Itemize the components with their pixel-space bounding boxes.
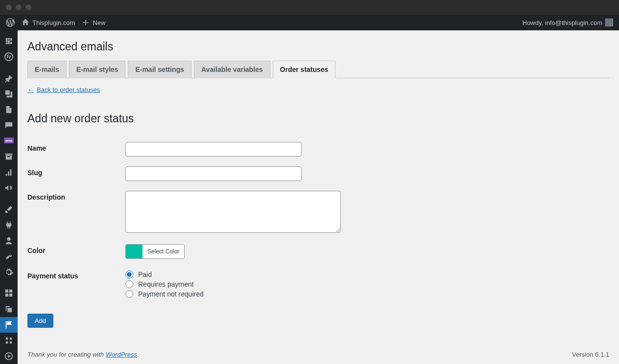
brush-icon	[4, 205, 13, 214]
wordpress-logo-icon	[6, 18, 15, 27]
section-title: Add new order status	[27, 112, 609, 125]
sidebar-item-appearance[interactable]	[0, 202, 18, 217]
select-color-button[interactable]: Select Color	[143, 245, 184, 258]
radio-paid[interactable]	[125, 271, 133, 278]
new-content-label: New	[93, 19, 105, 26]
sidebar-item-thisplugin[interactable]	[0, 317, 18, 333]
archive-icon	[4, 152, 13, 161]
radio-requires-payment[interactable]	[125, 280, 133, 288]
footer-thanks: Thank you for creating with WordPress.	[27, 351, 139, 358]
form-table: Name Slug Description Color Select Color	[27, 137, 609, 304]
description-textarea[interactable]	[125, 191, 341, 233]
sidebar-item-posts[interactable]	[0, 70, 18, 86]
color-swatch	[126, 245, 143, 258]
sidebar-item-pages[interactable]	[0, 102, 18, 117]
nav-tabs: E-mails E-mail styles E-mail settings Av…	[27, 60, 609, 78]
radio-requires-text: Requires payment	[138, 280, 194, 288]
play-circle-icon	[4, 352, 13, 361]
wordpress-link[interactable]: WordPress	[106, 351, 137, 358]
sidebar-item-jetpack[interactable]	[0, 49, 18, 65]
sidebar-item-woocommerce[interactable]: woo	[0, 133, 18, 149]
plus-icon	[82, 19, 90, 26]
back-to-order-statuses-link[interactable]: ← Back to order statuses	[27, 86, 100, 93]
color-picker[interactable]: Select Color	[125, 244, 185, 259]
radio-not-required[interactable]	[125, 290, 133, 298]
dashboard-icon	[4, 37, 13, 46]
tab-email-styles[interactable]: E-mail styles	[69, 61, 126, 78]
sidebar-item-media[interactable]	[0, 86, 18, 102]
footer-version: Version 6.1.1	[572, 351, 609, 358]
layout-icon	[4, 289, 13, 297]
footer: Thank you for creating with WordPress. V…	[27, 346, 609, 364]
jetpack-icon	[4, 52, 13, 61]
window-chrome	[0, 0, 619, 15]
radio-paid-label[interactable]: Paid	[125, 270, 604, 279]
sidebar-item-generic-1[interactable]	[0, 285, 18, 301]
radio-not-required-label[interactable]: Payment not required	[125, 289, 604, 299]
color-label: Color	[27, 239, 125, 265]
greeting-label: Howdy, info@thisplugin.com	[523, 19, 602, 26]
window-close-dot[interactable]	[6, 4, 12, 10]
copy-icon	[4, 305, 13, 314]
arrow-left-icon: ←	[27, 86, 34, 93]
sidebar-item-marketing[interactable]	[0, 180, 18, 196]
svg-point-0	[5, 53, 13, 61]
media-icon	[4, 90, 13, 98]
tab-email-settings[interactable]: E-mail settings	[128, 61, 191, 78]
settings-icon	[4, 268, 13, 276]
home-icon	[22, 19, 29, 26]
sidebar-item-generic-2[interactable]	[0, 301, 18, 317]
sidebar-item-settings[interactable]	[0, 264, 18, 280]
footer-thanks-prefix: Thank you for creating with	[27, 351, 106, 358]
tools-icon	[4, 252, 13, 261]
tab-emails[interactable]: E-mails	[27, 61, 67, 78]
avatar-icon	[605, 19, 613, 26]
wp-logo-menu[interactable]	[6, 18, 15, 27]
analytics-icon	[4, 168, 13, 177]
sidebar-item-products[interactable]	[0, 149, 18, 164]
name-input[interactable]	[125, 142, 302, 157]
my-account-link[interactable]: Howdy, info@thisplugin.com	[523, 19, 613, 26]
window-zoom-dot[interactable]	[25, 4, 31, 10]
sidebar-item-users[interactable]	[0, 233, 18, 249]
woo-icon: woo	[4, 137, 14, 144]
comments-icon	[4, 121, 13, 130]
site-name-label: Thisplugin.com	[32, 19, 75, 26]
window-minimize-dot[interactable]	[16, 4, 22, 10]
sidebar-item-dashboard[interactable]	[0, 33, 18, 49]
svg-text:woo: woo	[5, 139, 12, 142]
pin-icon	[4, 74, 13, 83]
sidebar-item-generic-3[interactable]	[0, 333, 18, 348]
users-icon	[4, 236, 13, 245]
tab-available-variables[interactable]: Available variables	[194, 61, 270, 78]
radio-requires-label[interactable]: Requires payment	[125, 279, 604, 289]
grid-icon	[4, 336, 13, 345]
admin-bar: Thisplugin.com New Howdy, info@thisplugi…	[0, 15, 619, 30]
main-content: Advanced emails E-mails E-mail styles E-…	[18, 30, 619, 364]
pages-icon	[4, 105, 13, 114]
sidebar-item-comments[interactable]	[0, 117, 18, 133]
radio-paid-text: Paid	[138, 271, 152, 278]
add-button[interactable]: Add	[27, 314, 53, 328]
sidebar-item-generic-4[interactable]	[0, 348, 18, 364]
sidebar-item-plugins[interactable]	[0, 217, 18, 233]
back-link-label: Back to order statuses	[37, 86, 100, 93]
payment-status-radios: Paid Requires payment Payment not requir…	[125, 270, 604, 299]
slug-label: Slug	[27, 161, 125, 186]
description-label: Description	[27, 186, 125, 239]
new-content-link[interactable]: New	[82, 19, 105, 26]
tab-order-statuses[interactable]: Order statuses	[273, 61, 336, 78]
plugin-icon	[4, 221, 13, 229]
sidebar-item-tools[interactable]	[0, 249, 18, 264]
name-label: Name	[27, 137, 125, 161]
payment-status-label: Payment status	[27, 265, 125, 304]
radio-not-required-text: Payment not required	[138, 290, 204, 298]
site-name-link[interactable]: Thisplugin.com	[22, 19, 75, 26]
footer-thanks-suffix: .	[137, 351, 139, 358]
slug-input[interactable]	[125, 166, 302, 181]
page-title: Advanced emails	[27, 30, 609, 60]
megaphone-icon	[4, 183, 13, 192]
admin-sidebar: woo	[0, 30, 18, 364]
sidebar-item-analytics[interactable]	[0, 164, 18, 180]
flag-icon	[4, 320, 13, 329]
